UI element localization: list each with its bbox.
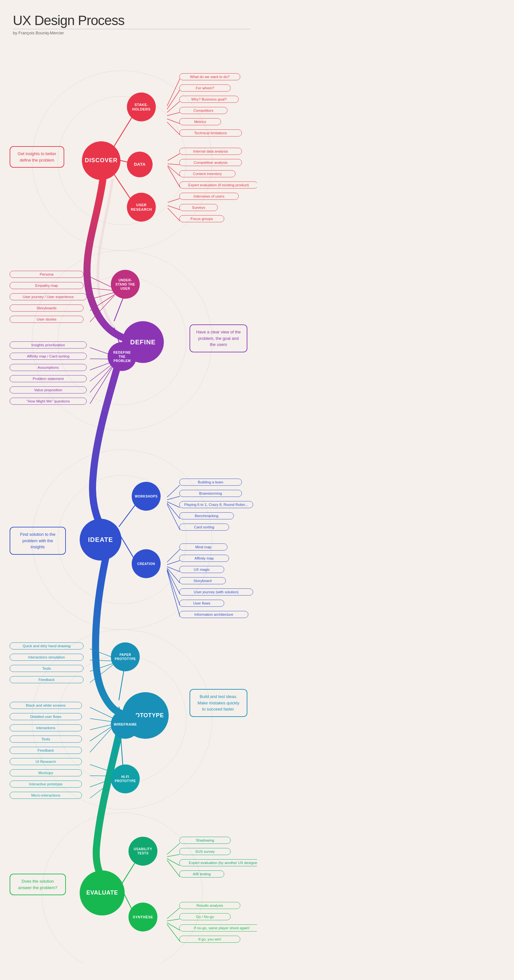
tag-hifi-3: Interactive prototype bbox=[10, 781, 82, 788]
tag-workshops-2: Brainstorming bbox=[179, 490, 242, 497]
define-desc-box: Have a clear view of the problem, the go… bbox=[189, 325, 247, 352]
svg-line-21 bbox=[168, 166, 180, 187]
discover-node: DISCOVER bbox=[82, 141, 121, 180]
tag-data-2: Competitive analysis bbox=[179, 159, 242, 166]
tag-hifi-4: Micro-interactions bbox=[10, 792, 82, 799]
svg-line-48 bbox=[167, 568, 180, 583]
svg-point-5 bbox=[58, 476, 186, 604]
tag-workshops-3: Playing 6 to 1, Crazy 8, Round Robin... bbox=[179, 501, 253, 508]
paper-prototype-node: Paper prototype bbox=[111, 643, 140, 671]
hifi-node: Hi-Fi prototype bbox=[111, 764, 140, 793]
svg-line-72 bbox=[167, 859, 180, 865]
svg-line-19 bbox=[168, 164, 180, 165]
svg-line-15 bbox=[167, 113, 180, 116]
svg-line-31 bbox=[90, 296, 115, 322]
tag-understand-3: User journey / User experience bbox=[10, 293, 87, 300]
tag-workshops-5: Card sorting bbox=[179, 523, 229, 531]
understand-node: Under- stand the user bbox=[111, 270, 140, 299]
tag-wireframe-1: Black and white screens bbox=[10, 702, 82, 709]
svg-line-76 bbox=[167, 923, 180, 930]
stakeholders-node: Stake- holders bbox=[127, 92, 156, 121]
evaluate-node: EVALUATE bbox=[80, 870, 125, 915]
svg-line-71 bbox=[167, 854, 180, 857]
tag-redefine-6: "How Might We" questions bbox=[10, 398, 87, 405]
svg-line-42 bbox=[167, 502, 180, 508]
svg-line-30 bbox=[90, 294, 115, 310]
svg-line-59 bbox=[90, 707, 116, 719]
tag-ur-2: Surveys bbox=[179, 204, 218, 211]
svg-line-57 bbox=[90, 663, 115, 671]
tag-paper-1: Quick and dirty hand drawing bbox=[10, 643, 84, 649]
svg-line-16 bbox=[167, 119, 180, 124]
page-subtitle: by François Bouniq-Mercier bbox=[13, 29, 251, 35]
svg-line-12 bbox=[167, 79, 180, 106]
svg-line-14 bbox=[167, 101, 180, 113]
tag-creation-1: Mind map bbox=[179, 544, 228, 550]
svg-line-77 bbox=[167, 924, 180, 942]
tag-data-4: Expert evaluation (if existing product) bbox=[179, 181, 257, 189]
svg-line-58 bbox=[90, 664, 114, 682]
svg-line-22 bbox=[168, 199, 180, 202]
svg-point-1 bbox=[58, 96, 186, 225]
tag-usability-3: Expert evaluation (by another UX designe… bbox=[179, 859, 257, 866]
svg-line-20 bbox=[168, 165, 180, 176]
tag-creation-2: Affinity map bbox=[179, 555, 229, 562]
svg-line-29 bbox=[90, 292, 115, 299]
prototype-desc-box: Build and test ideas. Make mistakes quic… bbox=[189, 689, 247, 717]
tag-synthese-4: If go, you win! bbox=[179, 935, 240, 943]
tag-hifi-1: UI Research bbox=[10, 758, 82, 765]
tag-synthese-2: Go / No-go bbox=[179, 913, 231, 920]
tag-creation-6: User flows bbox=[179, 600, 224, 607]
svg-line-50 bbox=[167, 570, 180, 606]
tag-wireframe-3: Interactions bbox=[10, 724, 82, 732]
user-research-node: User research bbox=[127, 193, 156, 222]
svg-line-74 bbox=[167, 908, 180, 919]
workshops-node: Workshops bbox=[132, 482, 161, 511]
svg-line-75 bbox=[167, 919, 180, 921]
synthese-node: Synthèse bbox=[129, 903, 158, 932]
tag-creation-5: User journey (with solution) bbox=[179, 589, 253, 595]
svg-line-46 bbox=[167, 560, 180, 565]
tag-redefine-5: Value proposition bbox=[10, 387, 87, 393]
svg-line-24 bbox=[168, 208, 180, 221]
svg-line-13 bbox=[167, 90, 180, 109]
tag-usability-4: A/B testing bbox=[179, 870, 224, 878]
svg-line-62 bbox=[90, 725, 114, 741]
tag-creation-3: UX magic bbox=[179, 566, 224, 573]
svg-line-17 bbox=[167, 122, 180, 135]
svg-line-44 bbox=[167, 504, 180, 530]
usability-node: Usability tests bbox=[129, 837, 158, 865]
tag-wireframe-4: Tests bbox=[10, 735, 82, 743]
svg-line-45 bbox=[167, 549, 180, 562]
data-node: Data bbox=[127, 152, 153, 177]
tag-ur-3: Focus groups bbox=[179, 215, 224, 222]
tag-creation-4: Storyboard bbox=[179, 577, 226, 584]
tag-understand-1: Persona bbox=[10, 271, 84, 278]
svg-line-23 bbox=[168, 205, 180, 210]
tag-redefine-1: Insights prioritization bbox=[10, 342, 87, 348]
svg-line-40 bbox=[167, 485, 180, 497]
tag-usability-1: Shadowing bbox=[179, 837, 231, 844]
tag-data-1: Internal data analysis bbox=[179, 148, 242, 155]
redefine-node: Redefine the problem bbox=[108, 342, 137, 371]
tag-workshops-1: Building a team bbox=[179, 479, 242, 486]
tag-wireframe-2: Detailed user flows bbox=[10, 713, 82, 720]
tag-redefine-3: Assumptions bbox=[10, 364, 87, 371]
title-section: UX Design Process by François Bouniq-Mer… bbox=[6, 13, 251, 35]
tag-stakeholders-5: Metrics bbox=[179, 118, 221, 125]
ideate-desc-box: Find solution to the problem with the in… bbox=[10, 527, 66, 555]
tag-hifi-2: Mockups bbox=[10, 769, 82, 776]
tag-synthese-1: Results analysis bbox=[179, 902, 240, 909]
creation-node: Creation bbox=[132, 549, 161, 578]
tag-understand-5: User stories bbox=[10, 316, 84, 323]
svg-line-41 bbox=[167, 496, 180, 500]
wireframe-node: Wireframe bbox=[111, 710, 140, 739]
tag-paper-2: Interactions simulation bbox=[10, 654, 84, 661]
svg-line-73 bbox=[167, 860, 180, 877]
svg-line-36 bbox=[90, 364, 113, 393]
tag-redefine-4: Problem statement bbox=[10, 375, 87, 382]
svg-line-43 bbox=[167, 503, 180, 519]
tag-redefine-2: Affinity map / Card sorting bbox=[10, 353, 87, 360]
svg-line-51 bbox=[167, 571, 180, 617]
tag-synthese-3: If no-go, same player shoot again! bbox=[179, 924, 257, 932]
